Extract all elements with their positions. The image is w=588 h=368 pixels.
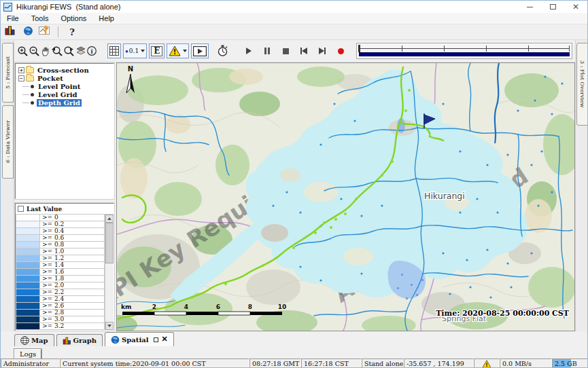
zoom-next-button[interactable] [63,43,75,58]
legend-scrollbar[interactable] [105,215,114,330]
timer-button[interactable] [217,44,228,58]
pause-button[interactable] [260,44,275,58]
tree-node-level-point[interactable]: Level Point [17,82,114,90]
tree-node-cross-section[interactable]: + Cross-section [17,66,114,74]
tree-node-depth-grid[interactable]: Depth Grid [17,98,114,107]
arrow-down-icon [107,325,111,327]
database-viewer-button[interactable] [2,25,18,39]
tab-spatial-label: Spatial [122,336,148,344]
wireframe-globe-icon [20,336,29,345]
status-transfer-rate: 0.0 MB/s [500,358,552,368]
tree-connector [22,103,29,103]
timeseries-dialog-button[interactable] [37,25,54,39]
scroll-down-button[interactable] [105,322,114,330]
map-view[interactable]: API Key Required API Key Required [116,62,575,331]
tree-connector [22,94,29,95]
bottom-panel: Map Graph Spatial ✕ Logs [1,331,588,358]
tree-node-pocket[interactable]: − Pocket [17,74,114,82]
tree-label[interactable]: Pocket [36,75,65,82]
warning-icon: ! [169,45,181,56]
map-canvas[interactable]: API Key Required API Key Required [117,63,575,331]
animation-button[interactable] [191,43,209,58]
data-viewer-panel: + Cross-section − Pocket Level P [14,62,116,331]
color-swatch [16,323,40,330]
time-slider[interactable] [356,43,572,59]
color-swatch [16,215,40,221]
zoom-previous-button[interactable] [51,43,63,58]
skip-start-button[interactable] [296,44,311,58]
record-icon [338,48,344,54]
status-gmt-time: 08:27:18 GMT [249,358,301,368]
color-swatch [16,316,40,323]
tree-label[interactable]: Cross-section [36,67,90,74]
stop-button[interactable] [278,44,293,58]
record-button[interactable] [333,44,348,58]
close-panel-icon[interactable]: ✕ [162,336,168,343]
menu-help[interactable]: Help [92,14,120,22]
bullet-icon [31,93,34,96]
tab-graph-label: Graph [73,337,97,344]
pan-button[interactable] [40,43,51,58]
status-coordinates: -35.657 , 174.199 [404,358,474,368]
zoom-out-button[interactable] [29,43,40,58]
layer-tree: + Cross-section − Pocket Level P [15,63,114,199]
color-swatch [16,255,40,262]
close-button[interactable]: ✕ [564,1,587,12]
maximize-button[interactable] [541,1,564,12]
legend-panel: Last Value >= 0 >= 0.2 >= 0.4 >= 0.6 >= … [15,203,114,331]
tab-data-viewer[interactable]: 6 : Data Viewer [2,105,14,179]
scrollbar-track[interactable] [105,223,114,322]
minimize-button[interactable] [518,1,541,12]
close-icon: ✕ [572,3,579,10]
scroll-up-button[interactable] [105,215,114,223]
skip-end-button[interactable] [315,44,330,58]
label-e-icon: E [151,46,162,56]
info-button[interactable]: i [86,43,97,58]
legend-label: >= 3.2 [40,323,105,330]
tab-graph[interactable]: Graph [56,334,103,346]
help-button[interactable]: ? [64,25,80,39]
restore-panel-icon[interactable] [154,337,158,342]
zoom-in-button[interactable] [17,43,29,58]
threshold-value: 0.1 [129,48,139,54]
scrollbar-thumb[interactable] [105,223,114,263]
map-display-button[interactable] [20,25,36,39]
tree-label[interactable]: Level Point [37,83,82,90]
scale-tick: 8 [248,303,252,310]
labels-toggle-button[interactable]: E [149,43,165,58]
last-value-checkbox[interactable] [18,206,24,212]
menu-file[interactable]: File [1,14,25,22]
layers-button[interactable] [75,43,86,58]
tree-label[interactable]: Level Grid [37,91,78,98]
color-swatch [16,276,40,282]
chevron-down-icon [183,50,187,52]
scale-tick: 2 [152,303,156,310]
legend-row[interactable]: >= 3.2 [16,323,105,330]
globe-icon [111,335,120,344]
menu-options[interactable]: Options [54,14,92,22]
tree-node-level-grid[interactable]: Level Grid [17,90,114,98]
town-label: Hikurangi [424,191,465,201]
tab-forecast[interactable]: 5 : Forecast [2,43,14,103]
playback-controls [238,44,348,58]
play-button[interactable] [241,44,256,58]
collapse-icon[interactable]: − [18,75,24,81]
grid-display-toggle[interactable] [107,43,121,58]
tab-map[interactable]: Map [14,334,54,346]
grid-icon [109,46,119,56]
status-warning-cell[interactable]: ! [474,358,500,368]
tab-data-viewer-label: 6 : Data Viewer [5,121,11,164]
tab-plot-overview[interactable]: 3 : Plot Overview [576,43,588,126]
threshold-dropdown[interactable]: ● 0.1 [123,43,147,58]
color-swatch [16,296,40,303]
expand-icon[interactable]: + [18,67,24,73]
scale-tick: 10 [278,303,287,310]
help-icon: ? [69,27,75,37]
warning-layer-dropdown[interactable]: ! [167,43,189,58]
zoom-in-icon [17,45,29,57]
tab-spatial[interactable]: Spatial ✕ [105,332,174,346]
menu-tools[interactable]: Tools [25,14,55,22]
time-slider-thumb[interactable] [358,45,360,52]
tree-label-selected[interactable]: Depth Grid [37,99,82,107]
color-swatch [16,282,40,289]
